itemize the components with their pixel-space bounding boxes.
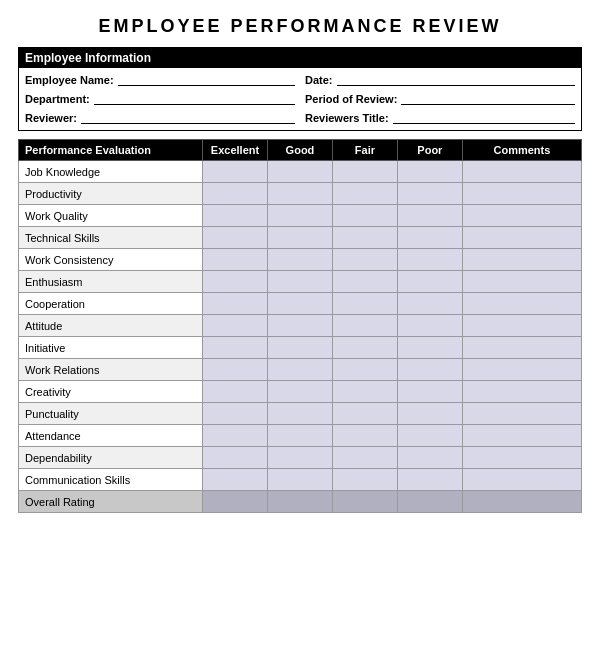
header-comments: Comments <box>462 140 581 161</box>
rating-cell-fair-0[interactable] <box>332 161 397 183</box>
header-good: Good <box>268 140 333 161</box>
rating-cell-excellent-13[interactable] <box>203 447 268 469</box>
date-field: Date: <box>305 72 575 86</box>
rating-cell-fair-4[interactable] <box>332 249 397 271</box>
rating-cell-good-10[interactable] <box>268 381 333 403</box>
rating-cell-fair-8[interactable] <box>332 337 397 359</box>
comments-cell-10[interactable] <box>462 381 581 403</box>
rating-cell-fair-13[interactable] <box>332 447 397 469</box>
header-evaluation: Performance Evaluation <box>19 140 203 161</box>
reviewer-label: Reviewer: <box>25 112 77 124</box>
comments-cell-13[interactable] <box>462 447 581 469</box>
rating-cell-fair-14[interactable] <box>332 469 397 491</box>
rating-cell-poor-5[interactable] <box>397 271 462 293</box>
rating-cell-good-0[interactable] <box>268 161 333 183</box>
reviewer-input[interactable] <box>81 110 295 124</box>
rating-cell-excellent-14[interactable] <box>203 469 268 491</box>
rating-cell-fair-3[interactable] <box>332 227 397 249</box>
rating-cell-good-9[interactable] <box>268 359 333 381</box>
rating-cell-poor-9[interactable] <box>397 359 462 381</box>
rating-cell-excellent-10[interactable] <box>203 381 268 403</box>
rating-cell-fair-5[interactable] <box>332 271 397 293</box>
department-label: Department: <box>25 93 90 105</box>
page-title: EMPLOYEE PERFORMANCE REVIEW <box>18 16 582 37</box>
overall-rating-cell-poor[interactable] <box>397 491 462 513</box>
overall-rating-cell-good[interactable] <box>268 491 333 513</box>
rating-cell-fair-1[interactable] <box>332 183 397 205</box>
rating-cell-poor-12[interactable] <box>397 425 462 447</box>
rating-cell-fair-11[interactable] <box>332 403 397 425</box>
date-input[interactable] <box>337 72 575 86</box>
rating-cell-poor-2[interactable] <box>397 205 462 227</box>
rating-cell-fair-2[interactable] <box>332 205 397 227</box>
rating-cell-good-8[interactable] <box>268 337 333 359</box>
rating-cell-poor-6[interactable] <box>397 293 462 315</box>
row-label-8: Initiative <box>19 337 203 359</box>
overall-rating-cell-excellent[interactable] <box>203 491 268 513</box>
rating-cell-good-5[interactable] <box>268 271 333 293</box>
rating-cell-good-11[interactable] <box>268 403 333 425</box>
rating-cell-good-1[interactable] <box>268 183 333 205</box>
comments-cell-5[interactable] <box>462 271 581 293</box>
date-label: Date: <box>305 74 333 86</box>
rating-cell-excellent-5[interactable] <box>203 271 268 293</box>
table-row: Communication Skills <box>19 469 582 491</box>
rating-cell-fair-6[interactable] <box>332 293 397 315</box>
comments-cell-6[interactable] <box>462 293 581 315</box>
rating-cell-excellent-9[interactable] <box>203 359 268 381</box>
rating-cell-excellent-1[interactable] <box>203 183 268 205</box>
overall-rating-label: Overall Rating <box>19 491 203 513</box>
rating-cell-good-12[interactable] <box>268 425 333 447</box>
rating-cell-excellent-7[interactable] <box>203 315 268 337</box>
rating-cell-good-3[interactable] <box>268 227 333 249</box>
rating-cell-good-4[interactable] <box>268 249 333 271</box>
comments-cell-1[interactable] <box>462 183 581 205</box>
rating-cell-excellent-0[interactable] <box>203 161 268 183</box>
comments-cell-0[interactable] <box>462 161 581 183</box>
comments-cell-8[interactable] <box>462 337 581 359</box>
rating-cell-poor-11[interactable] <box>397 403 462 425</box>
reviewers-title-label: Reviewers Title: <box>305 112 389 124</box>
rating-cell-poor-7[interactable] <box>397 315 462 337</box>
rating-cell-excellent-3[interactable] <box>203 227 268 249</box>
comments-cell-14[interactable] <box>462 469 581 491</box>
rating-cell-poor-4[interactable] <box>397 249 462 271</box>
comments-cell-3[interactable] <box>462 227 581 249</box>
rating-cell-poor-1[interactable] <box>397 183 462 205</box>
rating-cell-fair-7[interactable] <box>332 315 397 337</box>
row-label-2: Work Quality <box>19 205 203 227</box>
rating-cell-good-7[interactable] <box>268 315 333 337</box>
rating-cell-good-13[interactable] <box>268 447 333 469</box>
department-input[interactable] <box>94 91 295 105</box>
comments-cell-4[interactable] <box>462 249 581 271</box>
rating-cell-poor-0[interactable] <box>397 161 462 183</box>
rating-cell-good-2[interactable] <box>268 205 333 227</box>
rating-cell-poor-13[interactable] <box>397 447 462 469</box>
rating-cell-excellent-12[interactable] <box>203 425 268 447</box>
rating-cell-excellent-2[interactable] <box>203 205 268 227</box>
overall-rating-cell-fair[interactable] <box>332 491 397 513</box>
rating-cell-fair-10[interactable] <box>332 381 397 403</box>
rating-cell-poor-10[interactable] <box>397 381 462 403</box>
rating-cell-good-14[interactable] <box>268 469 333 491</box>
rating-cell-fair-9[interactable] <box>332 359 397 381</box>
rating-cell-fair-12[interactable] <box>332 425 397 447</box>
employee-name-input[interactable] <box>118 72 295 86</box>
period-input[interactable] <box>401 91 575 105</box>
comments-cell-12[interactable] <box>462 425 581 447</box>
rating-cell-excellent-8[interactable] <box>203 337 268 359</box>
rating-cell-good-6[interactable] <box>268 293 333 315</box>
reviewers-title-input[interactable] <box>393 110 575 124</box>
comments-cell-2[interactable] <box>462 205 581 227</box>
rating-cell-poor-3[interactable] <box>397 227 462 249</box>
overall-rating-row: Overall Rating <box>19 491 582 513</box>
rating-cell-excellent-11[interactable] <box>203 403 268 425</box>
overall-comments-cell[interactable] <box>462 491 581 513</box>
rating-cell-poor-8[interactable] <box>397 337 462 359</box>
rating-cell-excellent-6[interactable] <box>203 293 268 315</box>
comments-cell-9[interactable] <box>462 359 581 381</box>
comments-cell-11[interactable] <box>462 403 581 425</box>
rating-cell-poor-14[interactable] <box>397 469 462 491</box>
comments-cell-7[interactable] <box>462 315 581 337</box>
rating-cell-excellent-4[interactable] <box>203 249 268 271</box>
